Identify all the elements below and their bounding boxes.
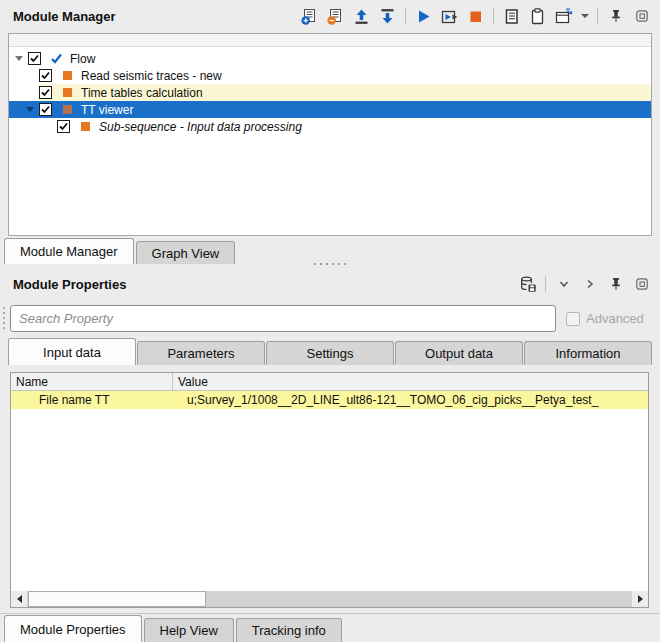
move-to-bottom-button[interactable] — [376, 4, 399, 28]
float-window-icon — [634, 8, 650, 24]
module-manager-toolbar — [298, 4, 653, 28]
new-window-icon — [554, 7, 573, 26]
tab-help-view[interactable]: Help View — [144, 618, 234, 642]
tab-module-properties[interactable]: Module Properties — [4, 615, 142, 642]
move-to-top-button[interactable] — [350, 4, 373, 28]
tree-item-label: Time tables calculation — [81, 86, 203, 100]
splitter-dot — [344, 263, 346, 265]
clipboard-icon — [528, 7, 547, 26]
column-header-name[interactable]: Name — [11, 373, 173, 390]
toolbar-drag-handle[interactable] — [3, 307, 5, 331]
flow-tree: Flow Read seismic traces - new Time tabl… — [9, 47, 651, 135]
tree-item-label: Read seismic traces - new — [81, 69, 222, 83]
property-name-cell[interactable]: File name TT — [11, 393, 173, 407]
advanced-option: Advanced — [566, 305, 644, 332]
tree-item-read-seismic-traces[interactable]: Read seismic traces - new — [9, 67, 651, 84]
move-up-icon — [352, 7, 371, 26]
module-properties-toolbar — [516, 272, 653, 296]
run-flow-button[interactable] — [412, 4, 435, 28]
float-window-icon — [634, 276, 650, 292]
module-checkbox[interactable] — [57, 120, 70, 133]
window-menu-caret-button[interactable] — [578, 4, 591, 28]
run-icon — [414, 7, 433, 26]
tab-information[interactable]: Information — [524, 341, 652, 365]
bottom-tabbar: Module Properties Help View Tracking inf… — [4, 615, 344, 642]
move-down-icon — [378, 7, 397, 26]
arrow-right-icon — [638, 595, 643, 603]
tree-item-tt-viewer[interactable]: TT viewer — [9, 101, 651, 118]
expander-icon[interactable] — [15, 56, 23, 61]
remove-module-icon — [326, 7, 345, 26]
flow-tree-panel: Flow Read seismic traces - new Time tabl… — [8, 33, 652, 236]
chevron-right-icon — [583, 277, 597, 291]
tab-module-manager[interactable]: Module Manager — [4, 238, 134, 264]
check-icon — [40, 87, 51, 98]
tab-settings[interactable]: Settings — [266, 341, 394, 365]
splitter-dot — [314, 263, 316, 265]
module-square-icon — [63, 71, 72, 80]
module-checkbox[interactable] — [39, 69, 52, 82]
advanced-checkbox[interactable] — [566, 312, 580, 326]
splitter-dot — [326, 263, 328, 265]
run-flow-interactive-button[interactable] — [438, 4, 461, 28]
remove-module-button[interactable] — [324, 4, 347, 28]
module-manager-title: Module Manager — [13, 9, 116, 24]
module-properties-title: Module Properties — [13, 277, 126, 292]
paste-button[interactable] — [526, 4, 549, 28]
module-checkbox[interactable] — [39, 103, 52, 116]
check-icon — [29, 53, 40, 64]
collapse-all-button[interactable] — [552, 272, 575, 296]
save-to-database-button[interactable] — [516, 272, 539, 296]
module-square-icon — [63, 88, 72, 97]
tab-tracking-info[interactable]: Tracking info — [236, 618, 342, 642]
module-manager-tabbar: Module Manager Graph View — [4, 238, 237, 264]
module-square-icon — [63, 105, 72, 114]
stop-flow-button[interactable] — [464, 4, 487, 28]
scroll-right-button[interactable] — [632, 591, 648, 607]
tab-output-data[interactable]: Output data — [395, 341, 523, 365]
bottom-tab-line — [0, 613, 660, 614]
run-in-window-icon — [440, 7, 459, 26]
tab-graph-view[interactable]: Graph View — [136, 241, 236, 264]
pin-panel-button[interactable] — [604, 272, 627, 296]
module-square-icon — [81, 122, 90, 131]
expand-all-button[interactable] — [578, 272, 601, 296]
column-header-value[interactable]: Value — [173, 373, 648, 390]
tree-item-sub-sequence[interactable]: Sub-sequence - Input data processing — [9, 118, 651, 135]
search-property-input[interactable] — [10, 305, 556, 332]
float-panel-button[interactable] — [630, 4, 653, 28]
scrollbar-thumb[interactable] — [28, 591, 206, 607]
properties-tabbar: Input data Parameters Settings Output da… — [8, 338, 652, 365]
tab-input-data[interactable]: Input data — [8, 338, 136, 365]
tree-item-time-tables-calculation[interactable]: Time tables calculation — [9, 84, 651, 101]
tree-item-label: TT viewer — [81, 103, 133, 117]
tree-item-label: Flow — [70, 52, 95, 66]
panel-splitter[interactable] — [0, 263, 660, 265]
pin-panel-button[interactable] — [604, 4, 627, 28]
tree-header-strip — [9, 34, 651, 47]
flow-report-button[interactable] — [500, 4, 523, 28]
module-manager-titlebar: Module Manager — [0, 0, 660, 32]
module-checkbox[interactable] — [39, 86, 52, 99]
table-row-file-name-tt[interactable]: File name TT u;Survey_1/1008__2D_LINE_ul… — [11, 391, 648, 409]
new-flow-window-button[interactable] — [552, 4, 575, 28]
table-header: Name Value — [11, 373, 648, 391]
module-properties-titlebar: Module Properties — [0, 268, 660, 300]
float-panel-button[interactable] — [630, 272, 653, 296]
tree-item-flow[interactable]: Flow — [9, 50, 651, 67]
add-module-button[interactable] — [298, 4, 321, 28]
toolbar-separator — [405, 8, 406, 24]
scroll-left-button[interactable] — [11, 591, 27, 607]
flow-checkbox[interactable] — [28, 52, 41, 65]
pin-icon — [608, 8, 624, 24]
splitter-dot — [320, 263, 322, 265]
toolbar-separator — [545, 276, 546, 292]
advanced-label: Advanced — [586, 311, 644, 326]
tab-parameters[interactable]: Parameters — [137, 341, 265, 365]
toolbar-separator — [597, 8, 598, 24]
expander-icon[interactable] — [26, 107, 34, 112]
property-value-cell[interactable]: u;Survey_1/1008__2D_LINE_ult86-121__TOMO… — [173, 393, 648, 407]
horizontal-scrollbar[interactable] — [11, 591, 648, 607]
report-list-icon — [502, 7, 521, 26]
check-icon — [40, 104, 51, 115]
